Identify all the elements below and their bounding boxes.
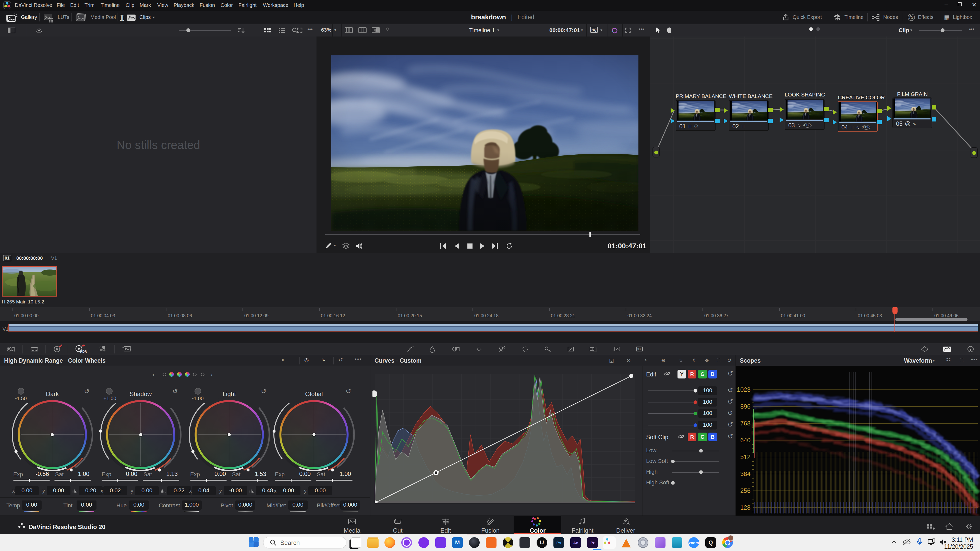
svg-text:HDR: HDR <box>80 350 87 354</box>
svg-text:1023: 1023 <box>737 386 751 393</box>
svg-text:512: 512 <box>740 454 751 460</box>
svg-text:896: 896 <box>740 403 751 410</box>
svg-text:768: 768 <box>740 420 751 427</box>
svg-text:3D: 3D <box>638 348 641 351</box>
svg-text:640: 640 <box>740 437 751 443</box>
svg-text:128: 128 <box>740 504 751 511</box>
svg-text:384: 384 <box>740 470 751 477</box>
svg-text:256: 256 <box>740 487 751 494</box>
